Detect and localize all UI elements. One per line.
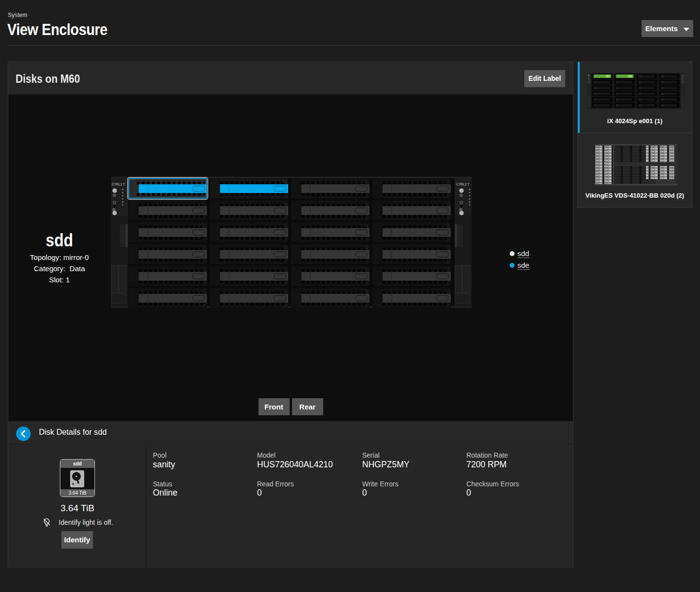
svg-text:CTRL1 T: CTRL1 T [112,183,125,186]
svg-text:ID: ID [112,208,116,211]
svg-text:CTRL2 T: CTRL2 T [456,183,469,186]
svg-text:ID: ID [460,208,463,211]
